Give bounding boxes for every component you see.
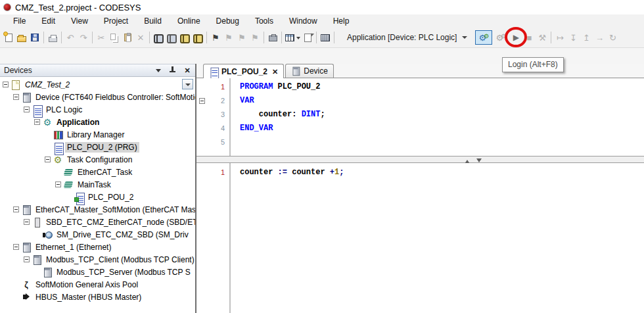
fold-margin — [196, 122, 211, 135]
tree-item[interactable]: PLC Logic — [0, 103, 195, 116]
collapse-expander-icon[interactable] — [24, 219, 30, 225]
step-over-button[interactable]: ↦ — [553, 30, 566, 45]
code-line: 4END_VAR — [196, 122, 644, 135]
step-into-button[interactable]: ↧ — [566, 30, 580, 45]
close-panel-icon[interactable] — [182, 66, 193, 75]
menu-debug[interactable]: Debug — [208, 15, 247, 27]
line-number: 1 — [211, 166, 229, 180]
tree-item[interactable]: ζSoftMotion General Axis Pool — [0, 278, 195, 291]
reset-warm-icon: ↻ — [609, 34, 616, 42]
open-project-button[interactable] — [15, 30, 28, 45]
tree-item[interactable]: CMZ_Test_2 — [0, 78, 195, 91]
tree-item[interactable]: Modbus_TCP_Server (Modbus TCP S — [0, 266, 195, 278]
editor-splitter[interactable] — [196, 156, 644, 163]
project-settings-button[interactable] — [266, 30, 279, 45]
collapse-expander-icon[interactable] — [24, 107, 30, 112]
code-text: counter: DINT; — [229, 108, 325, 122]
tree-item[interactable]: EtherCAT_Task — [0, 166, 195, 178]
tab-plc-pou-2[interactable]: PLC_POU_2 — [203, 64, 284, 78]
menu-view[interactable]: View — [63, 15, 96, 27]
menu-edit[interactable]: Edit — [34, 15, 63, 27]
save-project-button[interactable] — [28, 30, 41, 45]
tab-device[interactable]: Device — [285, 64, 334, 78]
tree-item[interactable]: Device (FCT640 Fieldbus Controller: Soft… — [0, 91, 195, 103]
line-number: 3 — [211, 108, 229, 122]
collapse-expander-icon[interactable] — [24, 256, 30, 262]
tree-item[interactable]: ⚙Application — [0, 116, 195, 128]
collapse-expander-icon[interactable] — [13, 94, 19, 100]
find-in-project-button[interactable] — [178, 30, 191, 45]
collapse-expander-icon[interactable] — [3, 82, 9, 87]
logout-button[interactable]: ⚙⚙ — [492, 30, 509, 45]
delete-button[interactable]: ✕ — [134, 30, 147, 45]
run-to-cursor-button[interactable]: → — [593, 30, 606, 45]
tree-item[interactable]: ⚙Task Configuration — [0, 153, 195, 166]
cut-button[interactable]: ✂ — [95, 30, 108, 45]
implementation-editor[interactable]: 1counter := counter +1; — [196, 163, 644, 313]
replace-in-project-button[interactable] — [191, 30, 204, 45]
toggle-bookmark-button[interactable]: ⚑ — [209, 30, 222, 45]
paste-button[interactable] — [121, 30, 134, 45]
copy-button[interactable] — [108, 30, 121, 45]
menu-online[interactable]: Online — [170, 15, 208, 27]
tree-item[interactable]: MainTask — [0, 178, 195, 191]
device-icon — [22, 243, 31, 252]
previous-bookmark-button[interactable]: ⚑ — [222, 30, 235, 45]
stop-button[interactable]: ■ — [522, 30, 536, 45]
tree-item[interactable]: PLC_POU_2 — [0, 191, 195, 203]
login-button[interactable]: ⚙⚙ — [475, 30, 492, 45]
next-bookmark-button[interactable]: ⚑ — [235, 30, 248, 45]
tree-item[interactable]: SM_Drive_ETC_CMZ_SBD (SM_Driv — [0, 228, 195, 241]
fold-collapse-icon[interactable] — [199, 98, 205, 104]
toolbar-separator — [206, 32, 207, 43]
menu-build[interactable]: Build — [136, 15, 170, 27]
build-button[interactable] — [319, 30, 332, 45]
reset-warm-button[interactable]: ↻ — [606, 30, 619, 45]
device-selector-dropdown[interactable] — [182, 79, 193, 89]
collapse-expander-icon[interactable] — [34, 119, 40, 125]
save-project-icon — [31, 34, 39, 41]
close-tab-icon[interactable] — [272, 67, 278, 76]
find-button[interactable] — [152, 30, 165, 45]
undo-button[interactable]: ↶ — [64, 30, 77, 45]
collapse-expander-icon[interactable] — [55, 181, 61, 187]
menu-project[interactable]: Project — [96, 15, 136, 27]
active-application-combo[interactable]: Application [Device: PLC Logic] — [346, 30, 469, 45]
insert-device-dropdown-button[interactable] — [284, 30, 301, 45]
new-object-button[interactable] — [301, 30, 314, 45]
collapse-expander-icon[interactable] — [13, 206, 19, 212]
code-segment: + — [330, 168, 334, 177]
code-text: counter := counter +1; — [229, 166, 344, 180]
pin-panel-icon[interactable] — [168, 66, 178, 75]
single-cycle-icon: ⚒ — [539, 34, 547, 42]
delete-icon: ✕ — [137, 34, 145, 42]
redo-button[interactable]: ↷ — [77, 30, 90, 45]
declaration-editor[interactable]: 1PROGRAM PLC_POU_22VAR3 counter: DINT;4E… — [196, 78, 644, 156]
tree-item[interactable]: PLC_POU_2 (PRG) — [0, 141, 195, 153]
undo-icon: ↶ — [67, 34, 74, 42]
tree-item-label: SoftMotion General Axis Pool — [34, 279, 140, 290]
start-button[interactable]: ▶ — [509, 30, 522, 45]
step-out-button[interactable]: ↥ — [580, 30, 593, 45]
replace-button[interactable] — [165, 30, 178, 45]
tree-item[interactable]: Library Manager — [0, 128, 195, 141]
menu-help[interactable]: Help — [325, 15, 357, 27]
tree-item[interactable]: Ethernet_1 (Ethernet) — [0, 241, 195, 253]
tree-item[interactable]: SBD_ETC_CMZ_EtherCAT_node (SBD/ETC — [0, 216, 195, 228]
tree-item[interactable]: HBUS_Master (HBUS Master) — [0, 291, 195, 303]
collapse-expander-icon[interactable] — [13, 244, 19, 250]
tree-item[interactable]: Modbus_TCP_Client (Modbus TCP Client) — [0, 253, 195, 266]
collapse-expander-icon[interactable] — [45, 156, 51, 162]
panel-menu-icon[interactable] — [153, 66, 164, 75]
print-button[interactable] — [46, 30, 59, 45]
copy-icon — [110, 34, 116, 40]
menu-tools[interactable]: Tools — [247, 15, 281, 27]
menu-window[interactable]: Window — [281, 15, 325, 27]
tree-item-label: Library Manager — [65, 130, 126, 140]
menu-file[interactable]: File — [5, 15, 34, 27]
hbus-icon — [22, 293, 31, 302]
single-cycle-button[interactable]: ⚒ — [536, 30, 549, 45]
new-file-button[interactable] — [2, 30, 15, 45]
clear-bookmarks-button[interactable]: ⚑ — [248, 30, 262, 45]
tree-item[interactable]: EtherCAT_Master_SoftMotion (EtherCAT Mas — [0, 203, 195, 216]
